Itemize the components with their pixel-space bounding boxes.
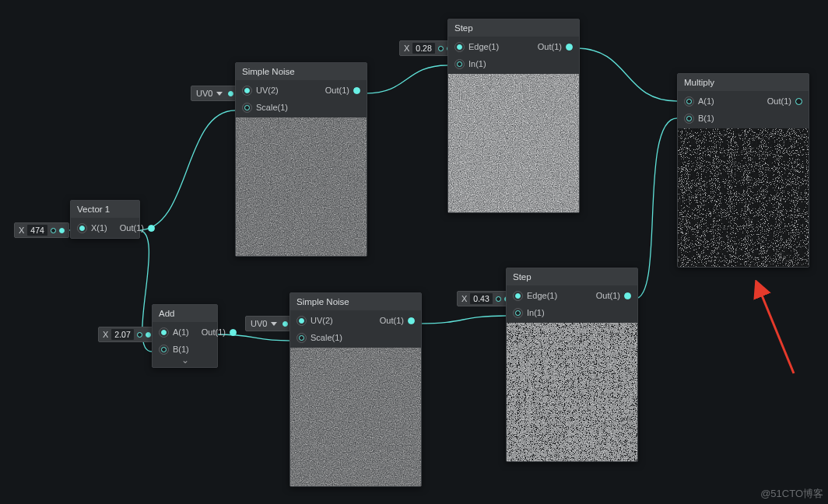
node-title: Step [507, 268, 637, 285]
chevron-down-icon [216, 92, 223, 96]
port-edge[interactable]: Edge(1) [507, 287, 590, 304]
port-b[interactable]: B(1) [153, 341, 195, 358]
svg-rect-2 [448, 74, 579, 212]
svg-rect-3 [507, 323, 637, 461]
node-add[interactable]: Add A(1) B(1) Out(1) ⌄ [152, 304, 218, 368]
float-value[interactable]: 0.43 [470, 293, 492, 304]
port-out[interactable]: Out(1) [114, 219, 161, 236]
float-input-2[interactable]: X 2.07 [98, 327, 156, 342]
port-out[interactable]: Out(1) [195, 324, 243, 341]
port-uv[interactable]: UV(2) [290, 312, 374, 329]
node-step-bot[interactable]: Step Edge(1) In(1) Out(1) [506, 268, 638, 462]
float-value[interactable]: 2.07 [111, 329, 133, 340]
axis-label: X [461, 294, 467, 303]
port-out[interactable]: Out(1) [532, 38, 579, 55]
port-icon [59, 228, 65, 233]
float-value[interactable]: 474 [27, 225, 47, 236]
port-a[interactable]: A(1) [678, 93, 761, 110]
port-icon [496, 296, 501, 302]
preview-step [448, 74, 579, 212]
annotation-arrow [743, 280, 813, 381]
node-title: Step [448, 19, 579, 37]
node-title: Simple Noise [290, 293, 421, 310]
port-in[interactable]: In(1) [448, 55, 532, 72]
uv-dropdown-top[interactable]: UV0 [191, 86, 239, 101]
preview-noise [290, 348, 421, 486]
port-a[interactable]: A(1) [153, 324, 195, 341]
node-title: Simple Noise [236, 63, 367, 80]
port-b[interactable]: B(1) [678, 110, 761, 127]
port-x[interactable]: X(1) [71, 219, 114, 236]
chevron-down-icon [271, 322, 277, 326]
svg-line-5 [759, 288, 794, 373]
axis-label: X [103, 330, 108, 339]
float-input-474[interactable]: X 474 [14, 222, 69, 238]
port-icon [137, 332, 142, 338]
port-icon [146, 332, 151, 338]
port-icon [51, 228, 56, 233]
port-icon [228, 91, 233, 96]
node-title: Vector 1 [71, 201, 139, 218]
node-multiply[interactable]: Multiply A(1) B(1) Out(1) [677, 73, 809, 268]
port-scale[interactable]: Scale(1) [290, 329, 374, 346]
node-vector1[interactable]: Vector 1 X(1) Out(1) [70, 200, 140, 239]
port-out[interactable]: Out(1) [374, 312, 421, 329]
uv-dropdown-bot[interactable]: UV0 [245, 316, 293, 331]
port-in[interactable]: In(1) [507, 304, 590, 321]
axis-label: X [19, 226, 24, 235]
node-simple-noise-top[interactable]: Simple Noise UV(2) Scale(1) Out(1) [235, 62, 367, 257]
preview-noise [236, 117, 367, 256]
svg-rect-4 [678, 128, 809, 267]
preview-step [507, 323, 637, 461]
node-step-top[interactable]: Step Edge(1) In(1) Out(1) [447, 19, 580, 213]
port-scale[interactable]: Scale(1) [236, 99, 319, 116]
svg-rect-0 [236, 117, 367, 256]
watermark: @51CTO博客 [760, 487, 823, 501]
port-out[interactable]: Out(1) [590, 287, 637, 304]
port-uv[interactable]: UV(2) [236, 82, 319, 99]
float-value[interactable]: 0.28 [412, 43, 434, 54]
node-simple-noise-bot[interactable]: Simple Noise UV(2) Scale(1) Out(1) [289, 292, 422, 487]
port-icon [438, 46, 444, 51]
port-out[interactable]: Out(1) [761, 93, 809, 110]
svg-rect-1 [290, 348, 421, 486]
node-title: Add [153, 305, 217, 322]
axis-label: X [404, 44, 409, 53]
port-icon [282, 321, 288, 327]
port-edge[interactable]: Edge(1) [448, 38, 532, 55]
chevron-down-icon[interactable]: ⌄ [181, 355, 189, 366]
port-out[interactable]: Out(1) [319, 82, 367, 99]
node-title: Multiply [678, 74, 809, 91]
preview-multiply [678, 128, 809, 267]
